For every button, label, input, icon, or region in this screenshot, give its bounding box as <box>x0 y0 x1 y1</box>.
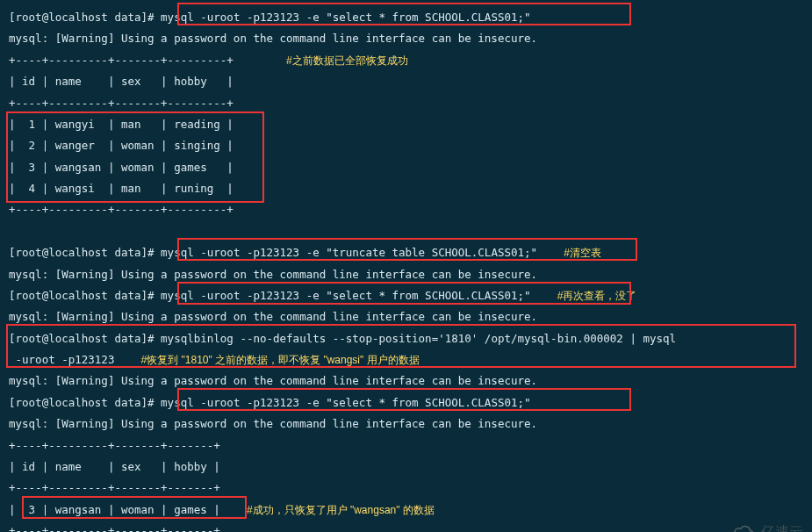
annot-4: #恢复到 "1810" 之前的数据，即不恢复 "wangsi" 用户的数据 <box>141 354 420 366</box>
annot-3: #再次查看，没了 <box>557 290 637 302</box>
prompt: [root@localhost data]# <box>9 289 161 302</box>
tbl1-r3: | 3 | wangsan | woman | games | <box>9 157 803 178</box>
warn-5: mysql: [Warning] Using a password on the… <box>9 413 803 435</box>
warn-3: mysql: [Warning] Using a password on the… <box>9 306 803 327</box>
cmd-line-1: [root@localhost data]# mysql -uroot -p12… <box>9 7 803 28</box>
cmd-cont: -uroot -p123123 <box>9 353 114 366</box>
annot-1: #之前数据已全部恢复成功 <box>286 54 408 67</box>
tbl1-hdr: | id | name | sex | hobby | <box>9 71 803 92</box>
cmd-text: mysql -uroot -p123123 -e "truncate table… <box>161 246 537 259</box>
prompt: [root@localhost data]# <box>9 396 161 409</box>
prompt: [root@localhost data]# <box>9 332 161 345</box>
watermark-text: 亿速云 <box>761 518 803 532</box>
cmd-line-4b: -uroot -p123123 #恢复到 "1810" 之前的数据，即不恢复 "… <box>9 349 803 370</box>
tbl2-hr-mid: +----+---------+-------+-------+ <box>9 478 803 499</box>
annot-5: #成功，只恢复了用户 "wangsan" 的数据 <box>247 504 435 516</box>
tbl2-hr-bot: +----+---------+-------+-------+ <box>9 521 803 532</box>
prompt: [root@localhost data]# <box>9 246 161 259</box>
tbl1-hr-top: +----+---------+-------+---------+ #之前数据… <box>9 50 803 71</box>
cmd-text: mysqlbinlog --no-defaults --stop-positio… <box>161 332 683 345</box>
warn-4: mysql: [Warning] Using a password on the… <box>9 370 803 392</box>
cmd-line-3: [root@localhost data]# mysql -uroot -p12… <box>9 285 803 306</box>
cmd-line-2: [root@localhost data]# mysql -uroot -p12… <box>9 242 803 263</box>
watermark: 亿速云 <box>733 518 803 532</box>
cloud-icon <box>733 525 756 532</box>
tbl2-r3: | 3 | wangsan | woman | games | #成功，只恢复了… <box>9 500 803 521</box>
cmd-text: mysql -uroot -p123123 -e "select * from … <box>161 396 530 409</box>
tbl1-r2: | 2 | wanger | woman | singing | <box>9 135 803 156</box>
tbl2-hdr: | id | name | sex | hobby | <box>9 457 803 478</box>
cmd-line-4a: [root@localhost data]# mysqlbinlog --no-… <box>9 328 803 349</box>
warn-2: mysql: [Warning] Using a password on the… <box>9 264 803 285</box>
tbl1-hr-mid: +----+---------+-------+---------+ <box>9 93 803 114</box>
annot-2: #清空表 <box>564 247 601 259</box>
tbl1-hr-bot: +----+---------+-------+---------+ <box>9 199 803 220</box>
cmd-line-5: [root@localhost data]# mysql -uroot -p12… <box>9 392 803 413</box>
cmd-text: mysql -uroot -p123123 -e "select * from … <box>161 11 530 24</box>
prompt: [root@localhost data]# <box>9 11 161 24</box>
blank-1 <box>9 221 803 242</box>
tbl2-hr-top: +----+---------+-------+-------+ <box>9 435 803 457</box>
tbl1-r4: | 4 | wangsi | man | runing | <box>9 178 803 199</box>
tbl1-r1: | 1 | wangyi | man | reading | <box>9 114 803 135</box>
warn-1: mysql: [Warning] Using a password on the… <box>9 28 803 49</box>
cmd-text: mysql -uroot -p123123 -e "select * from … <box>161 289 530 302</box>
